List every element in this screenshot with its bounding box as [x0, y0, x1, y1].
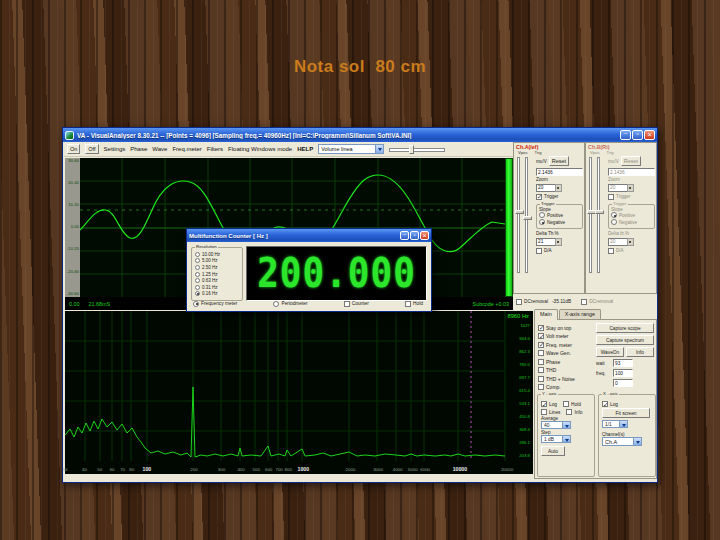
menu-floating-windows-mode[interactable]: Floating Windows mode [228, 146, 292, 152]
menu-help[interactable]: HELP [297, 146, 313, 152]
periodmeter-radio[interactable] [273, 301, 279, 307]
vpos-slider[interactable] [517, 157, 520, 273]
resolution-radio[interactable] [195, 285, 200, 290]
step-select[interactable]: 1 dB [541, 435, 571, 443]
dcremoval-b-checkbox[interactable] [581, 299, 587, 305]
counter-option[interactable]: Counter [344, 300, 369, 307]
menu-filters[interactable]: Filters [207, 146, 223, 152]
capture-scope-button[interactable]: Capture scope [596, 323, 654, 333]
trigger-slider-thumb[interactable] [595, 210, 604, 214]
trigger-level-slider[interactable] [597, 157, 600, 273]
resolution-option[interactable]: 10.00 Hz [195, 251, 240, 258]
spinner-arrows-icon[interactable] [555, 184, 562, 192]
waveon-button[interactable]: WaveOn [596, 347, 624, 357]
spinner-arrows-icon[interactable] [627, 238, 634, 246]
maximize-button[interactable] [632, 130, 643, 140]
zoom-spinner[interactable]: 20 [536, 184, 562, 192]
reset-button[interactable]: Reset [621, 156, 641, 166]
frequency-meter-option[interactable]: Frequency meter [193, 300, 237, 307]
counter-checkbox[interactable] [344, 301, 350, 307]
y-info-checkbox[interactable] [566, 409, 572, 415]
thd-row[interactable]: THD [538, 367, 575, 374]
gain-value-field[interactable]: 2.1436 [536, 168, 583, 176]
comp-row[interactable]: Comp. [538, 384, 575, 391]
volume-select[interactable]: Volume linea [318, 144, 384, 154]
delta-threshold-spinner[interactable]: 20 [608, 238, 634, 246]
thd-checkbox[interactable] [538, 367, 544, 373]
slope-positive-radio[interactable] [611, 212, 617, 218]
gain-value-field[interactable]: 2.1436 [608, 168, 655, 176]
resolution-option[interactable]: 1.25 Hz [195, 271, 240, 278]
trigger-slider-thumb[interactable] [523, 216, 532, 220]
delta-threshold-spinner[interactable]: 21 [536, 238, 562, 246]
resolution-radio[interactable] [195, 278, 200, 283]
resolution-radio[interactable] [195, 272, 200, 277]
resolution-option[interactable]: 0.31 Hz [195, 284, 240, 291]
trigger-level-slider[interactable] [525, 157, 528, 273]
slope-negative-radio[interactable] [611, 219, 617, 225]
resolution-option[interactable]: 2.50 Hz [195, 264, 240, 271]
dcremoval-a-checkbox[interactable] [516, 299, 522, 305]
spinner-arrows-icon[interactable] [627, 184, 634, 192]
window-titlebar[interactable]: VA - VisualAnalyser 8.30.21 -- [Points =… [63, 128, 657, 142]
dialog-titlebar[interactable]: Multifunction Counter [ Hz ] [187, 229, 431, 242]
y-lines-checkbox[interactable] [541, 409, 547, 415]
volt-meter-checkbox[interactable] [538, 333, 544, 339]
menu-phase[interactable]: Phase [130, 146, 147, 152]
frequency-meter-radio[interactable] [193, 301, 199, 307]
reset-button[interactable]: Reset [549, 156, 569, 166]
dialog-close-button[interactable] [420, 231, 429, 240]
info-button[interactable]: Info [626, 347, 654, 357]
spinner-arrows-icon[interactable] [555, 238, 562, 246]
da-checkbox[interactable] [536, 248, 542, 254]
x-log-checkbox[interactable] [602, 401, 608, 407]
dialog-minimize-button[interactable] [400, 231, 409, 240]
volume-slider-thumb[interactable] [409, 145, 414, 154]
on-button[interactable]: On [67, 144, 80, 154]
vpos-slider[interactable] [589, 157, 592, 273]
capture-spectrum-button[interactable]: Capture spectrum [596, 335, 654, 345]
resolution-radio[interactable] [195, 258, 200, 263]
average-select[interactable]: 40 [541, 421, 571, 429]
wait-field[interactable]: 93 [613, 359, 633, 367]
count-field[interactable]: 0 [613, 379, 633, 387]
freq-meter-checkbox[interactable] [538, 342, 544, 348]
vpos-slider-thumb[interactable] [515, 210, 524, 214]
resolution-radio[interactable] [195, 265, 200, 270]
stay-on-top-checkbox[interactable] [538, 325, 544, 331]
wave-gen-row[interactable]: Wave Gen. [538, 350, 575, 357]
off-button[interactable]: Off [85, 144, 98, 154]
slope-positive-radio[interactable] [539, 212, 545, 218]
resolution-radio[interactable] [195, 252, 200, 257]
minimize-button[interactable] [620, 130, 631, 140]
tab-main[interactable]: Main [534, 309, 558, 320]
menu-freq-meter[interactable]: Freq.meter [172, 146, 201, 152]
y-log-checkbox[interactable] [541, 401, 547, 407]
resolution-option[interactable]: 0.63 Hz [195, 277, 240, 284]
volume-slider[interactable] [389, 145, 445, 154]
zoom-spinner[interactable]: 20 [608, 184, 634, 192]
freq-meter-row[interactable]: Freq. meter [538, 341, 575, 348]
resolution-option[interactable]: 5.00 Hz [195, 258, 240, 265]
y-hold-checkbox[interactable] [563, 401, 569, 407]
thd-noise-checkbox[interactable] [538, 376, 544, 382]
volt-meter-row[interactable]: Volt meter [538, 333, 575, 340]
auto-button[interactable]: Auto [541, 446, 565, 456]
comp-checkbox[interactable] [538, 384, 544, 390]
channel-select[interactable]: Ch.A [602, 437, 642, 446]
trigger-checkbox[interactable] [608, 194, 614, 200]
wave-gen-checkbox[interactable] [538, 350, 544, 356]
hold-checkbox[interactable] [405, 301, 411, 307]
stay-on-top-row[interactable]: Stay on top [538, 324, 575, 331]
menu-settings[interactable]: Settings [104, 146, 126, 152]
freq-field[interactable]: 100 [613, 369, 633, 377]
periodmeter-option[interactable]: Periodmeter [273, 300, 307, 307]
da-checkbox[interactable] [608, 248, 614, 254]
slope-negative-radio[interactable] [539, 219, 545, 225]
close-button[interactable] [644, 130, 655, 140]
thd-noise-row[interactable]: THD + Noise [538, 375, 575, 382]
menu-wave[interactable]: Wave [152, 146, 167, 152]
resolution-option[interactable]: 0.16 Hz [195, 291, 240, 298]
phase-checkbox[interactable] [538, 359, 544, 365]
hold-option[interactable]: Hold [405, 300, 423, 307]
